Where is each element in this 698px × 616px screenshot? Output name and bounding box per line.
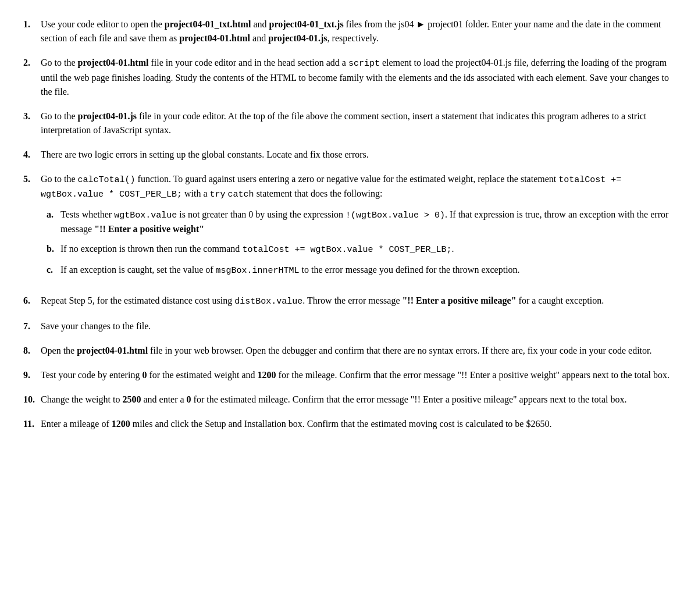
step-3: 3. Go to the project04-01.js file in you… (23, 109, 675, 137)
step-10-val1: 2500 (122, 394, 141, 404)
step-1-file1: project04-01_txt.html (165, 19, 251, 29)
step-6-msg: "!! Enter a positive mileage" (402, 295, 516, 305)
step-5-text: Go to the calcTotal() function. To guard… (41, 172, 675, 202)
step-5-code1: calcTotal() (78, 175, 136, 185)
step-2-number: 2. (23, 56, 41, 70)
step-2: 2. Go to the project04-01.html file in y… (23, 56, 675, 99)
step-5a-label: a. (47, 208, 60, 222)
step-9-text: Test your code by entering 0 for the est… (41, 368, 675, 382)
step-5c-content: If an exception is caught, set the value… (60, 263, 675, 278)
step-6: 6. Repeat Step 5, for the estimated dist… (23, 294, 675, 309)
step-6-code: distBox.value (234, 297, 302, 307)
step-5c-text: If an exception is caught, set the value… (60, 263, 675, 278)
step-4-content: There are two logic errors in setting up… (41, 148, 675, 162)
step-5a-msg: "!! Enter a positive weight" (94, 224, 204, 234)
step-7-text: Save your changes to the file. (41, 319, 675, 333)
step-11-text: Enter a mileage of 1200 miles and click … (41, 417, 675, 431)
step-9-val2: 1200 (258, 370, 276, 380)
step-5c: c. If an exception is caught, set the va… (47, 263, 675, 278)
step-4-text: There are two logic errors in setting up… (41, 148, 675, 162)
step-6-content: Repeat Step 5, for the estimated distanc… (41, 294, 675, 309)
step-3-file: project04-01.js (78, 111, 137, 121)
step-5a-content: Tests whether wgtBox.value is not greate… (60, 208, 675, 237)
step-11-val1: 1200 (112, 419, 130, 429)
instructions-list: 1. Use your code editor to open the proj… (23, 17, 675, 431)
step-1: 1. Use your code editor to open the proj… (23, 17, 675, 45)
step-1-content: Use your code editor to open the project… (41, 17, 675, 45)
step-5-code3: try (210, 190, 226, 200)
step-5b-code: totalCost += wgtBox.value * COST_PER_LB; (242, 245, 451, 255)
step-8-text: Open the project04-01.html file in your … (41, 344, 675, 358)
step-9: 9. Test your code by entering 0 for the … (23, 368, 675, 382)
step-5-number: 5. (23, 172, 41, 186)
step-5a-code2: !(wgtBox.value > 0) (346, 211, 445, 220)
step-8-number: 8. (23, 344, 41, 358)
step-9-val1: 0 (142, 370, 147, 380)
step-5b-content: If no exception is thrown then run the c… (60, 242, 675, 257)
step-11-number: 11. (23, 417, 41, 431)
step-5c-label: c. (47, 263, 60, 277)
step-1-file2: project04-01_txt.js (269, 19, 344, 29)
step-7: 7. Save your changes to the file. (23, 319, 675, 333)
step-5a-code1: wgtBox.value (114, 211, 177, 220)
step-5-code4: catch (228, 190, 254, 200)
step-9-content: Test your code by entering 0 for the est… (41, 368, 675, 382)
step-5b: b. If no exception is thrown then run th… (47, 242, 675, 257)
step-5a: a. Tests whether wgtBox.value is not gre… (47, 208, 675, 237)
step-5b-label: b. (47, 242, 60, 256)
step-6-number: 6. (23, 294, 41, 308)
step-1-text: Use your code editor to open the project… (41, 17, 675, 45)
step-11: 11. Enter a mileage of 1200 miles and cl… (23, 417, 675, 431)
step-5-sublist: a. Tests whether wgtBox.value is not gre… (47, 208, 675, 278)
step-10-text: Change the weight to 2500 and enter a 0 … (41, 393, 675, 407)
step-8-content: Open the project04-01.html file in your … (41, 344, 675, 358)
step-3-content: Go to the project04-01.js file in your c… (41, 109, 675, 137)
step-5b-text: If no exception is thrown then run the c… (60, 242, 675, 257)
step-4: 4. There are two logic errors in setting… (23, 148, 675, 162)
step-5-content: Go to the calcTotal() function. To guard… (41, 172, 675, 284)
step-9-number: 9. (23, 368, 41, 382)
step-10-val2: 0 (187, 394, 191, 404)
step-10-content: Change the weight to 2500 and enter a 0 … (41, 393, 675, 407)
step-1-number: 1. (23, 17, 41, 31)
step-5a-text: Tests whether wgtBox.value is not greate… (60, 208, 675, 237)
step-3-text: Go to the project04-01.js file in your c… (41, 109, 675, 137)
step-10-number: 10. (23, 393, 41, 407)
step-8-file: project04-01.html (77, 346, 148, 355)
step-5c-code: msgBox.innerHTML (216, 266, 300, 276)
step-11-content: Enter a mileage of 1200 miles and click … (41, 417, 675, 431)
step-2-code1: script (348, 59, 380, 69)
step-5: 5. Go to the calcTotal() function. To gu… (23, 172, 675, 284)
step-6-text: Repeat Step 5, for the estimated distanc… (41, 294, 675, 309)
step-7-content: Save your changes to the file. (41, 319, 675, 333)
step-2-file: project04-01.html (78, 58, 149, 67)
step-1-file4: project04-01.js (268, 33, 327, 43)
step-4-number: 4. (23, 148, 41, 162)
step-3-number: 3. (23, 109, 41, 123)
step-7-number: 7. (23, 319, 41, 333)
step-8: 8. Open the project04-01.html file in yo… (23, 344, 675, 358)
step-2-content: Go to the project04-01.html file in your… (41, 56, 675, 99)
step-1-file3: project04-01.html (179, 33, 250, 43)
step-10: 10. Change the weight to 2500 and enter … (23, 393, 675, 407)
step-2-text: Go to the project04-01.html file in your… (41, 56, 675, 99)
